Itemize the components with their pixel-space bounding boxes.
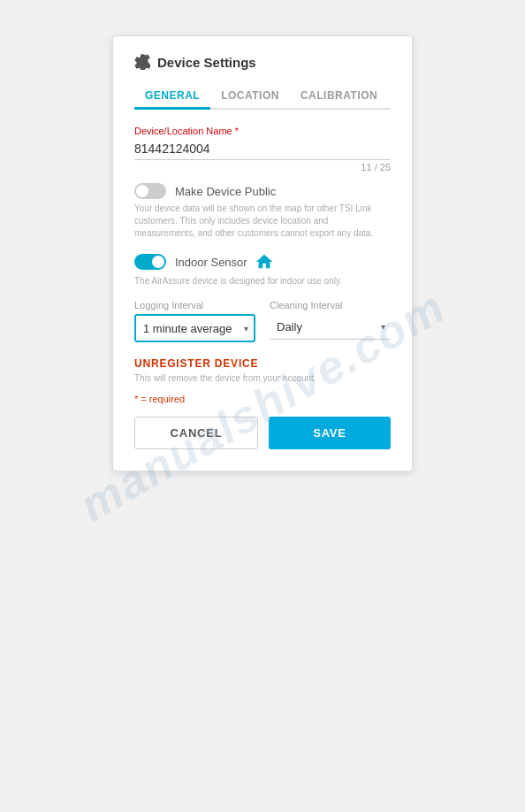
interval-row: Logging Interval 1 minute average 5 minu…: [134, 300, 391, 342]
tab-location[interactable]: LOCATION: [210, 84, 290, 110]
indoor-sensor-row: Indoor Sensor: [134, 252, 391, 272]
required-note: * = required: [134, 394, 391, 404]
cancel-button[interactable]: CANCEL: [134, 417, 258, 449]
cleaning-interval-select-wrapper: Daily Weekly Monthly ▾: [270, 314, 391, 340]
cleaning-interval-label: Cleaning Interval: [270, 300, 391, 310]
make-public-row: Make Device Public: [134, 183, 391, 199]
cleaning-interval-select[interactable]: Daily Weekly Monthly: [277, 320, 369, 333]
make-public-description: Your device data will be shown on the ma…: [134, 203, 391, 240]
cleaning-interval-group: Cleaning Interval Daily Weekly Monthly ▾: [270, 300, 391, 342]
dialog-header: Device Settings: [134, 54, 391, 70]
device-name-input[interactable]: [134, 140, 391, 160]
logging-interval-select-wrapper: 1 minute average 5 minute average 15 min…: [134, 314, 255, 342]
logging-interval-group: Logging Interval 1 minute average 5 minu…: [134, 300, 255, 342]
indoor-sensor-toggle[interactable]: [134, 254, 166, 270]
dialog-title: Device Settings: [157, 55, 256, 70]
make-public-label: Make Device Public: [175, 185, 276, 198]
tabs-container: GENERAL LOCATION CALIBRATION: [134, 84, 391, 110]
logging-interval-label: Logging Interval: [134, 300, 255, 310]
chevron-down-icon: ▾: [244, 324, 248, 333]
unregister-description: This will remove the device from your ac…: [134, 373, 391, 383]
gear-icon: [134, 54, 150, 70]
tab-general[interactable]: GENERAL: [134, 84, 210, 110]
logging-interval-select[interactable]: 1 minute average 5 minute average 15 min…: [143, 322, 232, 335]
indoor-sensor-label: Indoor Sensor: [175, 256, 247, 269]
save-button[interactable]: SAVE: [269, 417, 391, 449]
indoor-sensor-description: The AirAssure device is designed for ind…: [134, 275, 391, 287]
toggle-knob: [136, 185, 148, 197]
device-name-label: Device/Location Name *: [134, 126, 391, 136]
tab-calibration[interactable]: CALIBRATION: [290, 84, 388, 110]
device-settings-dialog: Device Settings GENERAL LOCATION CALIBRA…: [112, 35, 413, 471]
action-row: CANCEL SAVE: [134, 417, 391, 449]
unregister-button[interactable]: UNREGISTER DEVICE: [134, 357, 258, 370]
cleaning-chevron-icon: ▾: [381, 322, 385, 332]
indoor-toggle-knob: [152, 256, 164, 268]
make-public-toggle[interactable]: [134, 183, 166, 199]
char-count: 11 / 25: [134, 162, 391, 172]
house-icon: [255, 252, 274, 272]
